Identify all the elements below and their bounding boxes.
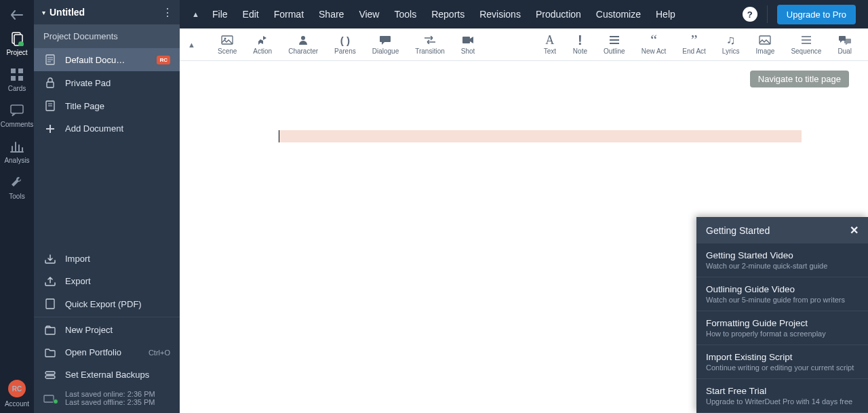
tool-dual[interactable]: Dual — [829, 34, 860, 55]
menu-share[interactable]: Share — [319, 9, 344, 20]
text-icon: A — [543, 34, 557, 46]
avatar: RC — [8, 380, 26, 397]
save-status: Last saved online: 2:36 PM Last saved of… — [34, 386, 180, 413]
action-open-portfolio[interactable]: Open Portfolio Ctrl+O — [34, 341, 180, 363]
close-icon[interactable]: ✕ — [850, 224, 859, 237]
document-icon — [43, 54, 57, 65]
action-export[interactable]: Export — [34, 270, 180, 292]
arrow-left-icon — [11, 10, 23, 20]
gs-item-trial[interactable]: Start Free Trial Upgrade to WriterDuet P… — [696, 379, 868, 413]
tool-label: Note — [573, 47, 587, 55]
tool-action[interactable]: Action — [245, 34, 280, 55]
action-backups[interactable]: Set External Backups — [34, 363, 180, 386]
rail-label: Account — [5, 400, 29, 408]
tool-sequence[interactable]: Sequence — [783, 34, 829, 55]
tool-lyrics[interactable]: ♫Lyrics — [714, 34, 748, 55]
rail-label: Analysis — [4, 157, 29, 164]
rail-label: Tools — [9, 193, 24, 200]
tool-outline[interactable]: Outline — [595, 34, 633, 55]
documents-group-label: Project Documents — [34, 24, 180, 48]
rail-tools[interactable]: Tools — [0, 168, 34, 204]
tool-image[interactable]: Image — [748, 34, 783, 55]
gs-title: Getting Started — [706, 225, 850, 236]
divider — [34, 317, 180, 317]
svg-rect-6 — [18, 76, 23, 81]
panel-header: ▾ Untitled ⋮ — [34, 0, 180, 24]
pdf-icon — [43, 298, 57, 309]
tool-shot[interactable]: Shot — [453, 34, 484, 55]
project-title[interactable]: Untitled — [50, 7, 162, 18]
quote-open-icon: “ — [647, 34, 660, 46]
caret-up-icon[interactable]: ▲ — [192, 10, 205, 18]
tool-text[interactable]: AText — [535, 34, 565, 55]
project-panel: ▾ Untitled ⋮ Project Documents Default D… — [34, 0, 180, 413]
svg-rect-19 — [462, 37, 470, 43]
svg-rect-14 — [45, 376, 55, 378]
shortcut: Ctrl+O — [149, 349, 170, 357]
format-toolbar: ▲ Scene Action Character ( )Parens Dialo… — [180, 28, 868, 61]
gs-item-outlining[interactable]: Outlining Guide Video Watch our 5-minute… — [696, 277, 868, 311]
parens-icon: ( ) — [338, 34, 352, 46]
menu-tools[interactable]: Tools — [394, 9, 416, 20]
svg-point-18 — [301, 36, 305, 40]
action-label: Open Portfolio — [65, 347, 149, 357]
menu-file[interactable]: File — [212, 9, 228, 20]
quote-close-icon: ” — [688, 34, 701, 46]
save-online: Last saved online: 2:36 PM — [65, 390, 155, 398]
title-page-tooltip[interactable]: Navigate to title page — [750, 71, 849, 87]
doc-title-page[interactable]: Title Page — [34, 94, 180, 117]
menu-help[interactable]: Help — [656, 9, 675, 20]
doc-default[interactable]: Default Docu… RC — [34, 48, 180, 71]
action-new-project[interactable]: New Project — [34, 319, 180, 341]
menu-revisions[interactable]: Revisions — [479, 9, 521, 20]
menu-production[interactable]: Production — [536, 9, 581, 20]
tool-label: Character — [288, 47, 318, 55]
tool-transition[interactable]: Transition — [407, 34, 453, 55]
tool-parens[interactable]: ( )Parens — [326, 34, 364, 55]
rail-comments[interactable]: Comments — [0, 96, 34, 132]
menu-edit[interactable]: Edit — [243, 9, 259, 20]
tool-label: Lyrics — [722, 47, 740, 55]
help-icon[interactable]: ? — [743, 7, 757, 22]
action-quick-export[interactable]: Quick Export (PDF) — [34, 292, 180, 315]
backup-icon — [43, 371, 57, 379]
svg-rect-13 — [45, 372, 55, 374]
back-button[interactable] — [0, 5, 34, 24]
action-import[interactable]: Import — [34, 248, 180, 270]
doc-private-pad[interactable]: Private Pad — [34, 71, 180, 94]
caret-up-icon[interactable]: ▲ — [188, 41, 204, 49]
tool-newact[interactable]: “New Act — [633, 34, 675, 55]
tool-label: End Act — [682, 47, 705, 55]
character-icon — [296, 34, 310, 46]
tool-dialogue[interactable]: Dialogue — [364, 34, 407, 55]
svg-rect-7 — [11, 105, 23, 113]
comments-icon — [9, 103, 24, 118]
add-document[interactable]: Add Document — [34, 117, 180, 140]
more-icon[interactable]: ⋮ — [162, 6, 172, 19]
cards-icon — [9, 67, 24, 82]
rail-cards[interactable]: Cards — [0, 60, 34, 96]
rail-account[interactable]: RC Account — [0, 374, 34, 413]
menu-view[interactable]: View — [359, 9, 379, 20]
upgrade-button[interactable]: Upgrade to Pro — [777, 5, 856, 24]
tool-note[interactable]: !Note — [565, 34, 595, 55]
menu-reports[interactable]: Reports — [431, 9, 465, 20]
tools-icon — [9, 175, 24, 190]
rail-label: Comments — [1, 121, 33, 128]
rail-analysis[interactable]: Analysis — [0, 132, 34, 168]
gs-item-video[interactable]: Getting Started Video Watch our 2-minute… — [696, 243, 868, 277]
save-offline: Last saved offline: 2:35 PM — [65, 398, 155, 406]
project-icon — [9, 31, 24, 46]
tool-character[interactable]: Character — [280, 34, 326, 55]
menu-format[interactable]: Format — [274, 9, 304, 20]
tool-scene[interactable]: Scene — [210, 34, 245, 55]
gs-item-import[interactable]: Import Existing Script Continue writing … — [696, 345, 868, 379]
tool-endact[interactable]: ”End Act — [674, 34, 713, 55]
gs-item-desc: Watch our 5-minute guide from pro writer… — [706, 296, 859, 304]
tool-label: Text — [544, 47, 556, 55]
gs-item-desc: Upgrade to WriterDuet Pro with 14 days f… — [706, 397, 859, 406]
rail-project[interactable]: Project — [0, 24, 34, 60]
caret-down-icon[interactable]: ▾ — [42, 9, 45, 16]
gs-item-formatting[interactable]: Formatting Guide Project How to properly… — [696, 311, 868, 345]
menu-customize[interactable]: Customize — [596, 9, 641, 20]
